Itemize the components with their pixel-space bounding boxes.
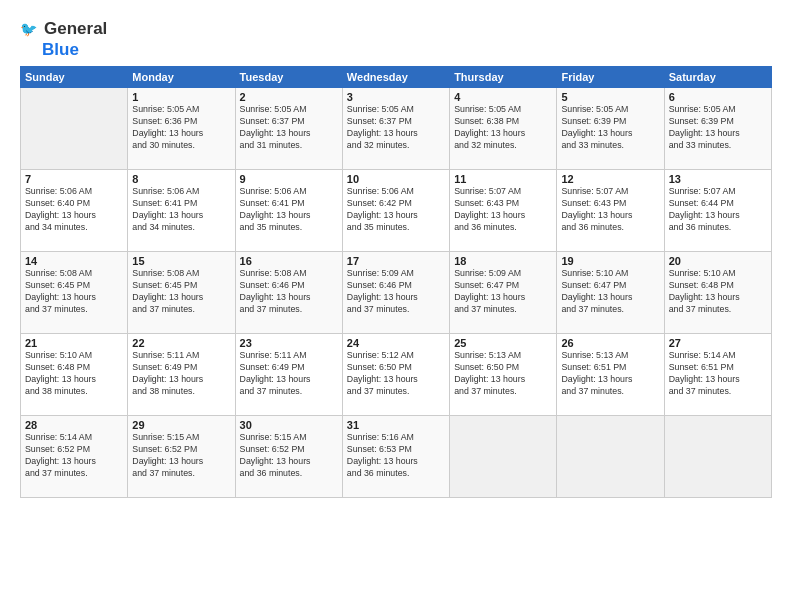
- day-number: 13: [669, 173, 767, 185]
- day-number: 29: [132, 419, 230, 431]
- day-number: 27: [669, 337, 767, 349]
- calendar-cell: 27Sunrise: 5:14 AM Sunset: 6:51 PM Dayli…: [664, 334, 771, 416]
- day-number: 28: [25, 419, 123, 431]
- day-detail: Sunrise: 5:05 AM Sunset: 6:39 PM Dayligh…: [561, 104, 659, 152]
- day-number: 7: [25, 173, 123, 185]
- day-number: 3: [347, 91, 445, 103]
- calendar-cell: 21Sunrise: 5:10 AM Sunset: 6:48 PM Dayli…: [21, 334, 128, 416]
- day-number: 17: [347, 255, 445, 267]
- day-number: 6: [669, 91, 767, 103]
- week-row-5: 28Sunrise: 5:14 AM Sunset: 6:52 PM Dayli…: [21, 416, 772, 498]
- day-detail: Sunrise: 5:12 AM Sunset: 6:50 PM Dayligh…: [347, 350, 445, 398]
- calendar-cell: 22Sunrise: 5:11 AM Sunset: 6:49 PM Dayli…: [128, 334, 235, 416]
- calendar-cell: 23Sunrise: 5:11 AM Sunset: 6:49 PM Dayli…: [235, 334, 342, 416]
- calendar-cell: 17Sunrise: 5:09 AM Sunset: 6:46 PM Dayli…: [342, 252, 449, 334]
- day-detail: Sunrise: 5:05 AM Sunset: 6:38 PM Dayligh…: [454, 104, 552, 152]
- calendar-cell: 19Sunrise: 5:10 AM Sunset: 6:47 PM Dayli…: [557, 252, 664, 334]
- day-detail: Sunrise: 5:14 AM Sunset: 6:52 PM Dayligh…: [25, 432, 123, 480]
- day-detail: Sunrise: 5:16 AM Sunset: 6:53 PM Dayligh…: [347, 432, 445, 480]
- day-number: 22: [132, 337, 230, 349]
- day-detail: Sunrise: 5:07 AM Sunset: 6:43 PM Dayligh…: [454, 186, 552, 234]
- header-cell-monday: Monday: [128, 67, 235, 88]
- day-number: 24: [347, 337, 445, 349]
- calendar-cell: 31Sunrise: 5:16 AM Sunset: 6:53 PM Dayli…: [342, 416, 449, 498]
- day-detail: Sunrise: 5:13 AM Sunset: 6:50 PM Dayligh…: [454, 350, 552, 398]
- week-row-4: 21Sunrise: 5:10 AM Sunset: 6:48 PM Dayli…: [21, 334, 772, 416]
- day-detail: Sunrise: 5:06 AM Sunset: 6:42 PM Dayligh…: [347, 186, 445, 234]
- header-row: SundayMondayTuesdayWednesdayThursdayFrid…: [21, 67, 772, 88]
- day-number: 1: [132, 91, 230, 103]
- calendar-cell: 2Sunrise: 5:05 AM Sunset: 6:37 PM Daylig…: [235, 88, 342, 170]
- day-detail: Sunrise: 5:08 AM Sunset: 6:45 PM Dayligh…: [25, 268, 123, 316]
- day-detail: Sunrise: 5:05 AM Sunset: 6:39 PM Dayligh…: [669, 104, 767, 152]
- day-number: 5: [561, 91, 659, 103]
- header-cell-saturday: Saturday: [664, 67, 771, 88]
- header-cell-wednesday: Wednesday: [342, 67, 449, 88]
- calendar-cell: [557, 416, 664, 498]
- day-number: 25: [454, 337, 552, 349]
- calendar-cell: 15Sunrise: 5:08 AM Sunset: 6:45 PM Dayli…: [128, 252, 235, 334]
- day-detail: Sunrise: 5:05 AM Sunset: 6:37 PM Dayligh…: [240, 104, 338, 152]
- day-number: 19: [561, 255, 659, 267]
- day-detail: Sunrise: 5:07 AM Sunset: 6:43 PM Dayligh…: [561, 186, 659, 234]
- calendar-header: SundayMondayTuesdayWednesdayThursdayFrid…: [21, 67, 772, 88]
- calendar-cell: [450, 416, 557, 498]
- calendar-cell: 1Sunrise: 5:05 AM Sunset: 6:36 PM Daylig…: [128, 88, 235, 170]
- day-detail: Sunrise: 5:10 AM Sunset: 6:47 PM Dayligh…: [561, 268, 659, 316]
- day-detail: Sunrise: 5:15 AM Sunset: 6:52 PM Dayligh…: [132, 432, 230, 480]
- calendar-cell: 7Sunrise: 5:06 AM Sunset: 6:40 PM Daylig…: [21, 170, 128, 252]
- day-detail: Sunrise: 5:07 AM Sunset: 6:44 PM Dayligh…: [669, 186, 767, 234]
- calendar-cell: 8Sunrise: 5:06 AM Sunset: 6:41 PM Daylig…: [128, 170, 235, 252]
- calendar-body: 1Sunrise: 5:05 AM Sunset: 6:36 PM Daylig…: [21, 88, 772, 498]
- calendar-cell: 10Sunrise: 5:06 AM Sunset: 6:42 PM Dayli…: [342, 170, 449, 252]
- svg-text:🐦: 🐦: [20, 21, 38, 38]
- page: 🐦 General Blue SundayMondayTuesdayWednes…: [0, 0, 792, 612]
- header: 🐦 General Blue: [20, 18, 772, 60]
- day-detail: Sunrise: 5:08 AM Sunset: 6:45 PM Dayligh…: [132, 268, 230, 316]
- day-detail: Sunrise: 5:06 AM Sunset: 6:41 PM Dayligh…: [240, 186, 338, 234]
- header-cell-tuesday: Tuesday: [235, 67, 342, 88]
- logo-text-general: General: [44, 19, 107, 39]
- calendar-cell: 24Sunrise: 5:12 AM Sunset: 6:50 PM Dayli…: [342, 334, 449, 416]
- day-number: 23: [240, 337, 338, 349]
- day-number: 20: [669, 255, 767, 267]
- day-number: 18: [454, 255, 552, 267]
- day-detail: Sunrise: 5:13 AM Sunset: 6:51 PM Dayligh…: [561, 350, 659, 398]
- day-number: 8: [132, 173, 230, 185]
- week-row-1: 1Sunrise: 5:05 AM Sunset: 6:36 PM Daylig…: [21, 88, 772, 170]
- logo: 🐦 General Blue: [20, 18, 107, 60]
- day-number: 9: [240, 173, 338, 185]
- calendar-cell: 5Sunrise: 5:05 AM Sunset: 6:39 PM Daylig…: [557, 88, 664, 170]
- logo-text-blue: Blue: [42, 40, 79, 59]
- day-number: 10: [347, 173, 445, 185]
- day-detail: Sunrise: 5:11 AM Sunset: 6:49 PM Dayligh…: [240, 350, 338, 398]
- calendar-cell: 3Sunrise: 5:05 AM Sunset: 6:37 PM Daylig…: [342, 88, 449, 170]
- calendar-cell: 28Sunrise: 5:14 AM Sunset: 6:52 PM Dayli…: [21, 416, 128, 498]
- day-number: 26: [561, 337, 659, 349]
- calendar-cell: 25Sunrise: 5:13 AM Sunset: 6:50 PM Dayli…: [450, 334, 557, 416]
- day-detail: Sunrise: 5:14 AM Sunset: 6:51 PM Dayligh…: [669, 350, 767, 398]
- day-detail: Sunrise: 5:09 AM Sunset: 6:46 PM Dayligh…: [347, 268, 445, 316]
- day-number: 11: [454, 173, 552, 185]
- day-detail: Sunrise: 5:15 AM Sunset: 6:52 PM Dayligh…: [240, 432, 338, 480]
- day-number: 21: [25, 337, 123, 349]
- day-detail: Sunrise: 5:10 AM Sunset: 6:48 PM Dayligh…: [25, 350, 123, 398]
- day-detail: Sunrise: 5:09 AM Sunset: 6:47 PM Dayligh…: [454, 268, 552, 316]
- week-row-3: 14Sunrise: 5:08 AM Sunset: 6:45 PM Dayli…: [21, 252, 772, 334]
- day-number: 15: [132, 255, 230, 267]
- calendar-cell: 11Sunrise: 5:07 AM Sunset: 6:43 PM Dayli…: [450, 170, 557, 252]
- day-number: 4: [454, 91, 552, 103]
- calendar-cell: 13Sunrise: 5:07 AM Sunset: 6:44 PM Dayli…: [664, 170, 771, 252]
- calendar-cell: 18Sunrise: 5:09 AM Sunset: 6:47 PM Dayli…: [450, 252, 557, 334]
- day-detail: Sunrise: 5:06 AM Sunset: 6:40 PM Dayligh…: [25, 186, 123, 234]
- day-detail: Sunrise: 5:06 AM Sunset: 6:41 PM Dayligh…: [132, 186, 230, 234]
- week-row-2: 7Sunrise: 5:06 AM Sunset: 6:40 PM Daylig…: [21, 170, 772, 252]
- day-number: 14: [25, 255, 123, 267]
- calendar-cell: 6Sunrise: 5:05 AM Sunset: 6:39 PM Daylig…: [664, 88, 771, 170]
- header-cell-friday: Friday: [557, 67, 664, 88]
- day-number: 31: [347, 419, 445, 431]
- calendar-cell: [21, 88, 128, 170]
- calendar-cell: [664, 416, 771, 498]
- calendar-cell: 30Sunrise: 5:15 AM Sunset: 6:52 PM Dayli…: [235, 416, 342, 498]
- calendar: SundayMondayTuesdayWednesdayThursdayFrid…: [20, 66, 772, 498]
